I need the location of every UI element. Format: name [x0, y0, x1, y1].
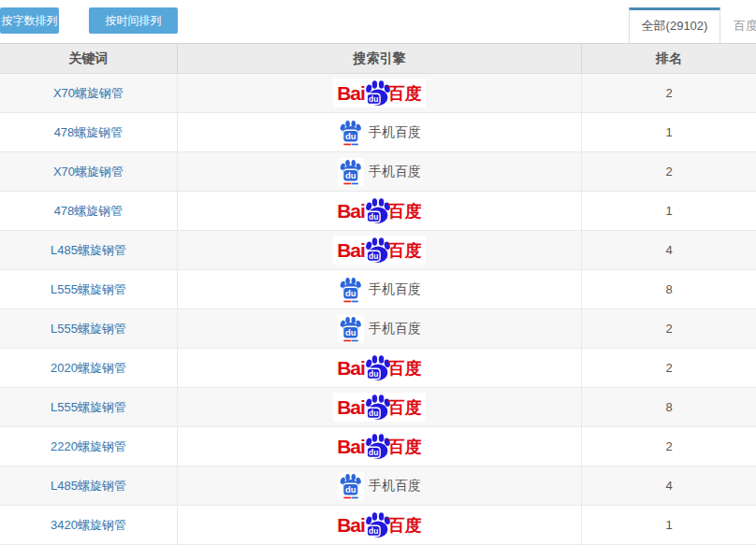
- keyword-link[interactable]: 478螺旋钢管: [54, 124, 124, 141]
- mobile-baidu-label: 手机百度: [369, 164, 421, 180]
- baidu-logo: Bai du 百度: [333, 353, 426, 382]
- search-engine-cell: Bai du 百度: [178, 349, 582, 387]
- header-search-engine: 搜索引擎: [178, 44, 582, 73]
- search-engine-cell: Bai du 百度: [178, 506, 582, 544]
- table-row: 478螺旋钢管 du 手机百度 1: [0, 113, 756, 152]
- rank-cell: 1: [582, 113, 756, 151]
- baidu-logo-bai-text: Bai: [337, 201, 365, 221]
- mobile-baidu-engine: du 手机百度: [338, 276, 421, 304]
- search-engine-cell: du 手机百度: [178, 466, 582, 505]
- mobile-baidu-icon: du: [338, 276, 364, 304]
- mobile-baidu-icon: du: [338, 119, 364, 147]
- search-engine-cell: Bai du 百度: [178, 231, 582, 269]
- tab-baidu[interactable]: 百度: [720, 7, 756, 43]
- keyword-link[interactable]: 3420螺旋钢管: [51, 517, 126, 534]
- rank-value: 4: [665, 479, 672, 493]
- rank-value: 2: [665, 322, 672, 336]
- keyword-cell: X70螺旋钢管: [0, 152, 178, 191]
- keyword-link[interactable]: 478螺旋钢管: [54, 203, 124, 220]
- baidu-logo-cn-text: 百度: [388, 203, 422, 220]
- svg-text:du: du: [369, 526, 378, 536]
- keyword-cell: 3420螺旋钢管: [0, 506, 178, 544]
- mobile-baidu-label: 手机百度: [369, 124, 421, 141]
- engine-filter-tabs: 全部(29102) 百度: [629, 7, 756, 43]
- keyword-cell: 478螺旋钢管: [0, 113, 178, 151]
- rank-value: 2: [665, 86, 672, 100]
- rank-cell: 2: [582, 74, 756, 112]
- mobile-baidu-icon: du: [338, 158, 364, 186]
- svg-text:du: du: [345, 170, 356, 180]
- mobile-baidu-icon: du: [338, 315, 364, 343]
- table-row: L555螺旋钢管 du 手机百度 2: [0, 309, 756, 349]
- search-engine-cell: Bai du 百度: [178, 74, 582, 112]
- baidu-logo-bai-text: Bai: [337, 437, 365, 456]
- search-engine-cell: Bai du 百度: [178, 427, 582, 466]
- search-engine-cell: du 手机百度: [178, 152, 582, 191]
- sort-by-time-button[interactable]: 按时间排列: [89, 7, 178, 34]
- rank-cell: 1: [582, 506, 756, 544]
- rank-cell: 4: [582, 466, 756, 505]
- search-engine-cell: du 手机百度: [178, 309, 582, 348]
- rank-cell: 8: [582, 388, 756, 426]
- rank-value: 1: [665, 518, 672, 532]
- baidu-logo-bai-text: Bai: [337, 397, 365, 417]
- keyword-link[interactable]: L555螺旋钢管: [51, 399, 126, 416]
- ranking-table: 关键词 搜索引擎 排名 X70螺旋钢管 Bai du 百度 2: [0, 43, 756, 545]
- keyword-link[interactable]: X70螺旋钢管: [53, 164, 124, 180]
- keyword-link[interactable]: 2220螺旋钢管: [51, 438, 126, 455]
- mobile-baidu-label: 手机百度: [369, 281, 421, 298]
- header-keyword: 关键词: [0, 44, 178, 73]
- table-row: X70螺旋钢管 du 手机百度 2: [0, 152, 756, 192]
- svg-text:du: du: [345, 484, 356, 495]
- mobile-baidu-engine: du 手机百度: [338, 158, 421, 186]
- baidu-logo: Bai du 百度: [333, 393, 426, 422]
- keyword-link[interactable]: L485螺旋钢管: [51, 478, 126, 495]
- keyword-link[interactable]: L555螺旋钢管: [51, 281, 126, 298]
- baidu-logo: Bai du 百度: [333, 79, 426, 108]
- keyword-cell: 2220螺旋钢管: [0, 427, 178, 466]
- svg-text:du: du: [369, 251, 378, 261]
- search-engine-cell: du 手机百度: [178, 113, 582, 151]
- baidu-logo: Bai du 百度: [333, 432, 426, 461]
- baidu-logo-cn-text: 百度: [388, 399, 422, 416]
- keyword-cell: L555螺旋钢管: [0, 270, 178, 308]
- svg-text:du: du: [369, 212, 378, 222]
- baidu-logo: Bai du 百度: [333, 510, 426, 539]
- rank-value: 2: [665, 439, 672, 453]
- mobile-baidu-icon: du: [338, 472, 364, 500]
- keyword-cell: L485螺旋钢管: [0, 466, 178, 505]
- rank-value: 2: [665, 165, 672, 179]
- keyword-link[interactable]: X70螺旋钢管: [53, 85, 124, 102]
- svg-text:du: du: [345, 288, 356, 298]
- rank-cell: 2: [582, 427, 756, 466]
- rank-cell: 8: [582, 270, 756, 308]
- keyword-cell: L485螺旋钢管: [0, 231, 178, 269]
- toolbar: 按字数排列 按时间排列 全部(29102) 百度: [0, 0, 756, 43]
- svg-text:du: du: [369, 448, 378, 457]
- baidu-logo: Bai du 百度: [333, 196, 426, 225]
- mobile-baidu-engine: du 手机百度: [338, 315, 421, 343]
- sort-by-wordcount-button[interactable]: 按字数排列: [0, 7, 59, 34]
- keyword-link[interactable]: L485螺旋钢管: [51, 242, 126, 259]
- mobile-baidu-engine: du 手机百度: [338, 119, 421, 147]
- svg-text:du: du: [369, 94, 378, 104]
- rank-value: 8: [665, 400, 672, 414]
- keyword-cell: L555螺旋钢管: [0, 388, 178, 426]
- rank-cell: 4: [582, 231, 756, 269]
- table-row: L555螺旋钢管 Bai du 百度 8: [0, 388, 756, 427]
- baidu-logo-cn-text: 百度: [388, 85, 422, 102]
- svg-text:du: du: [369, 409, 378, 418]
- keyword-link[interactable]: 2020螺旋钢管: [51, 360, 126, 377]
- keyword-cell: L555螺旋钢管: [0, 309, 178, 348]
- table-row: 2220螺旋钢管 Bai du 百度 2: [0, 427, 756, 466]
- baidu-logo: Bai du 百度: [333, 236, 426, 265]
- rank-value: 1: [665, 204, 672, 218]
- svg-text:du: du: [345, 327, 356, 337]
- keyword-link[interactable]: L555螺旋钢管: [51, 321, 126, 337]
- baidu-logo-cn-text: 百度: [388, 438, 422, 455]
- header-rank: 排名: [582, 44, 756, 73]
- tab-all[interactable]: 全部(29102): [629, 7, 720, 43]
- svg-text:du: du: [345, 131, 356, 141]
- search-engine-cell: Bai du 百度: [178, 192, 582, 230]
- table-row: 3420螺旋钢管 Bai du 百度 1: [0, 506, 756, 545]
